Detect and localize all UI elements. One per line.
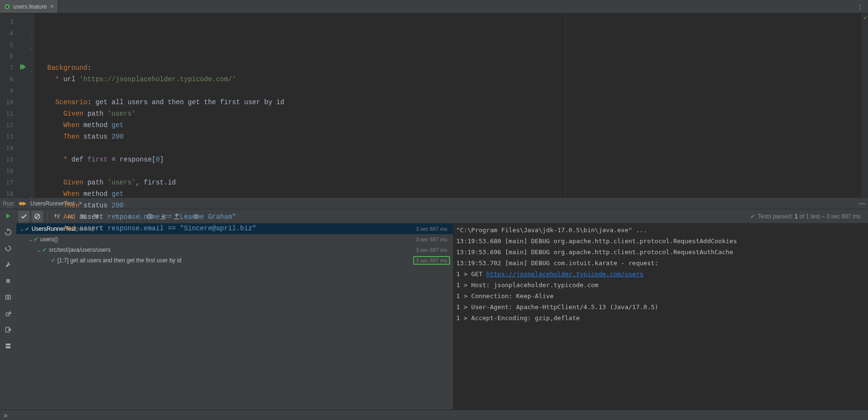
code-line[interactable]: And assert response.name == "Leanne Grah…: [39, 211, 861, 223]
svg-marker-3: [7, 228, 9, 231]
code-line[interactable]: When method get: [39, 119, 861, 131]
wrench-icon[interactable]: [3, 260, 13, 269]
line-number[interactable]: 6: [0, 51, 34, 62]
svg-rect-8: [6, 313, 9, 316]
console-line: 1 > User-Agent: Apache-HttpClient/4.5.13…: [456, 302, 865, 312]
toggle-auto-test-icon[interactable]: [3, 244, 13, 253]
layout-icon[interactable]: [3, 341, 13, 351]
console-url-link[interactable]: https://jsonplaceholder.typicode.com/use…: [486, 270, 644, 278]
run-gutter-icon[interactable]: [22, 64, 26, 70]
exit-icon[interactable]: [3, 325, 13, 334]
test-pass-icon: ✔: [25, 226, 30, 232]
test-duration: 3 sec 697 ms: [413, 256, 450, 265]
close-icon[interactable]: ✕: [50, 3, 54, 10]
test-duration: 3 sec 697 ms: [416, 247, 450, 253]
test-pass-icon: ✔: [51, 257, 55, 264]
svg-point-1: [6, 5, 9, 8]
stop-icon[interactable]: [3, 276, 13, 286]
code-line[interactable]: Background:: [39, 62, 861, 74]
tab-label: users.feature: [13, 3, 47, 10]
line-number[interactable]: 10: [0, 97, 34, 108]
line-number[interactable]: 5⌄: [0, 39, 34, 51]
fold-icon[interactable]: ⌄: [28, 65, 33, 69]
svg-point-7: [7, 296, 9, 298]
test-node-label: [1:7] get all users and then get the fir…: [57, 257, 181, 264]
code-line[interactable]: Scenario: get all users and then get the…: [39, 97, 861, 108]
console-line: 1 > Accept-Encoding: gzip,deflate: [456, 312, 865, 323]
line-number[interactable]: 3: [0, 16, 34, 28]
code-line[interactable]: Given path 'users': [39, 108, 861, 119]
svg-marker-2: [6, 214, 11, 218]
dump-threads-icon[interactable]: [3, 292, 13, 302]
test-tree-row[interactable]: ⌄✔src/test/java/users/users3 sec 697 ms: [16, 245, 453, 255]
line-number[interactable]: 11: [0, 108, 34, 119]
svg-rect-10: [6, 344, 11, 345]
inspection-strip[interactable]: ✔: [861, 13, 868, 197]
code-line[interactable]: [39, 234, 861, 246]
tab-users-feature[interactable]: users.feature ✕: [0, 0, 58, 13]
svg-rect-5: [6, 279, 10, 283]
line-number[interactable]: 17: [0, 177, 34, 188]
console-line: 1 > Host: jsonplaceholder.typicode.com: [456, 280, 865, 291]
line-number[interactable]: 15: [0, 154, 34, 165]
cucumber-file-icon: [4, 3, 11, 10]
show-passed-icon[interactable]: [18, 211, 30, 222]
tool-windows-toggle-icon[interactable]: »: [4, 411, 8, 419]
svg-line-13: [35, 215, 39, 218]
line-number[interactable]: 19: [0, 200, 34, 211]
tree-twisty-icon[interactable]: ⌄: [36, 247, 42, 253]
rerun-failed-icon[interactable]: [3, 227, 13, 237]
code-line[interactable]: Then status 200: [39, 131, 861, 142]
fold-icon[interactable]: ⌄: [28, 42, 33, 46]
console-line: 13:19:53.702 [main] DEBUG com.intuit.kar…: [456, 258, 865, 269]
code-line[interactable]: [39, 51, 861, 62]
editor: 34⌄5⌄67⌄89101112131415161718⌄19 Backgrou…: [0, 13, 868, 197]
code-line[interactable]: [39, 85, 861, 97]
tree-twisty-icon[interactable]: ⌄: [19, 226, 25, 232]
line-gutter: 34⌄5⌄67⌄89101112131415161718⌄19: [0, 13, 34, 197]
code-line[interactable]: And assert response.email == "Sincere@ap…: [39, 223, 861, 234]
console-line: 13:19:53.696 [main] DEBUG org.apache.htt…: [456, 247, 865, 258]
bottom-status-bar: »: [0, 409, 868, 420]
line-number[interactable]: 12: [0, 119, 34, 131]
code-line[interactable]: Then status 200: [39, 200, 861, 211]
fold-icon[interactable]: ⌄: [28, 191, 33, 195]
console-line: 1 > Connection: Keep-Alive: [456, 291, 865, 302]
test-tree[interactable]: ⌄✔UsersRunnerTest (users)3 sec 697 ms⌄✔u…: [16, 224, 453, 409]
line-number[interactable]: 8: [0, 74, 34, 85]
tab-options-icon[interactable]: ⋮: [852, 0, 868, 13]
test-pass-icon: ✔: [33, 236, 38, 243]
editor-tab-bar: users.feature ✕ ⋮: [0, 0, 868, 13]
code-line[interactable]: * url 'https://jsonplaceholder.typicode.…: [39, 74, 861, 85]
console-output[interactable]: "C:\Program Files\Java\jdk-17.0.5\bin\ja…: [453, 224, 868, 409]
test-node-label: src/test/java/users/users: [49, 247, 110, 253]
test-pass-icon: ✔: [42, 247, 47, 253]
test-tree-row[interactable]: ✔[1:7] get all users and then get the fi…: [16, 255, 453, 266]
code-line[interactable]: [39, 142, 861, 154]
rerun-icon[interactable]: [3, 211, 13, 221]
code-line[interactable]: Given path 'users', first.id: [39, 177, 861, 188]
code-line[interactable]: [39, 165, 861, 177]
line-number[interactable]: 4⌄: [0, 28, 34, 39]
check-icon: ✔: [863, 15, 867, 21]
run-side-toolbar: [0, 209, 16, 409]
svg-marker-4: [5, 248, 7, 249]
svg-rect-11: [6, 346, 11, 348]
code-line[interactable]: * def first = response[0]: [39, 154, 861, 165]
import-tests-icon[interactable]: [3, 309, 13, 318]
console-line: 1 > GET https://jsonplaceholder.typicode…: [456, 269, 865, 280]
line-number[interactable]: 13: [0, 131, 34, 142]
code-line[interactable]: When method get: [39, 188, 861, 200]
code-area[interactable]: Background: * url 'https://jsonplacehold…: [34, 13, 861, 197]
line-number[interactable]: 16: [0, 165, 34, 177]
line-number[interactable]: 9: [0, 85, 34, 97]
line-number[interactable]: 18⌄: [0, 188, 34, 200]
fold-icon[interactable]: ⌄: [28, 30, 33, 35]
line-number[interactable]: 14: [0, 142, 34, 154]
line-number[interactable]: 7⌄: [0, 62, 34, 74]
tree-twisty-icon[interactable]: ⌄: [28, 236, 33, 243]
right-margin-line: [565, 13, 566, 197]
